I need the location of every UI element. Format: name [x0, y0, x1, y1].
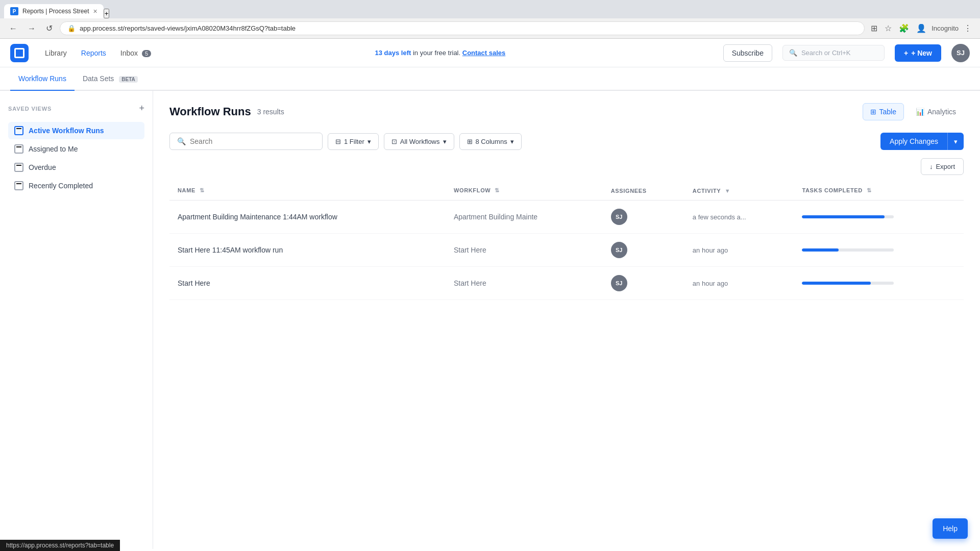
contact-sales-link[interactable]: Contact sales — [462, 49, 506, 57]
main-nav: Library Reports Inbox 5 — [39, 45, 157, 61]
workflows-label: All Workflows — [400, 138, 440, 145]
plus-icon: + — [904, 49, 908, 57]
inbox-nav-link[interactable]: Inbox 5 — [114, 45, 157, 61]
th-name[interactable]: NAME ⇅ — [169, 181, 446, 201]
progress-bar-container — [802, 248, 894, 252]
search-icon: 🔍 — [177, 137, 186, 145]
table-row[interactable]: Start Here Start Here SJ an hour ago — [169, 267, 964, 300]
table-body: Apartment Building Maintenance 1:44AM wo… — [169, 201, 964, 300]
trial-text: in your free trial. — [413, 49, 460, 57]
forward-button[interactable]: → — [24, 22, 39, 35]
trial-days: 13 days left — [375, 49, 411, 57]
apply-changes-button[interactable]: Apply Changes — [880, 133, 947, 150]
inbox-badge: 5 — [142, 50, 151, 57]
export-label: Export — [936, 163, 955, 170]
row-name: Start Here 11:45AM workflow run — [169, 234, 446, 267]
sidebar-item-overdue[interactable]: Overdue — [8, 159, 144, 176]
th-assignees: ASSIGNEES — [603, 181, 684, 201]
view-toggles: ⊞ Table 📊 Analytics — [863, 103, 964, 120]
page-title: Workflow Runs — [169, 105, 251, 118]
columns-dropdown-icon: ▾ — [510, 138, 514, 145]
user-avatar[interactable]: SJ — [951, 44, 970, 62]
th-activity[interactable]: ACTIVITY ▼ — [684, 181, 794, 201]
row-workflow: Start Here — [446, 234, 603, 267]
table-view-button[interactable]: ⊞ Table — [863, 103, 904, 120]
table-row[interactable]: Start Here 11:45AM workflow run Start He… — [169, 234, 964, 267]
extension-button[interactable]: 🧩 — [897, 21, 911, 35]
saved-views-title: SAVED VIEWS — [8, 106, 52, 112]
th-tasks-completed[interactable]: TASKS COMPLETED ⇅ — [794, 181, 964, 201]
screen-cast-button[interactable]: ⊞ — [869, 21, 879, 35]
browser-chrome: P Reports | Process Street × + ← → ↺ 🔒 a… — [0, 0, 980, 39]
results-count: 3 results — [257, 108, 284, 116]
row-activity: an hour ago — [684, 234, 794, 267]
sort-icon: ⇅ — [200, 187, 205, 193]
tab-close-icon[interactable]: × — [93, 7, 97, 15]
profile-button[interactable]: 👤 — [914, 21, 928, 35]
overdue-icon — [14, 163, 23, 172]
search-input[interactable] — [190, 137, 315, 145]
toolbar: 🔍 ⊟ 1 Filter ▾ ⊡ All Workflows ▾ ⊞ 8 Col… — [169, 133, 964, 150]
all-workflows-button[interactable]: ⊡ All Workflows ▾ — [384, 133, 454, 150]
active-tab[interactable]: P Reports | Process Street × — [4, 4, 104, 18]
filter-icon: ⊟ — [335, 138, 341, 145]
filter-label: 1 Filter — [344, 138, 364, 145]
search-field[interactable]: 🔍 — [169, 133, 323, 150]
logo-icon — [14, 48, 24, 58]
assigned-to-me-icon — [14, 144, 23, 154]
apply-changes-dropdown-button[interactable]: ▾ — [947, 133, 964, 150]
reports-nav-link[interactable]: Reports — [75, 45, 112, 61]
back-button[interactable]: ← — [6, 22, 20, 35]
table-row[interactable]: Apartment Building Maintenance 1:44AM wo… — [169, 201, 964, 234]
address-bar[interactable]: 🔒 app.process.st/reports/saved-views/jxi… — [60, 21, 865, 35]
sidebar-item-label: Assigned to Me — [29, 145, 78, 153]
beta-badge: BETA — [119, 76, 137, 83]
analytics-label: Analytics — [927, 108, 956, 116]
subscribe-button[interactable]: Subscribe — [723, 44, 772, 62]
th-workflow[interactable]: WORKFLOW ⇅ — [446, 181, 603, 201]
help-button[interactable]: Help — [933, 518, 968, 539]
sidebar-item-assigned-to-me[interactable]: Assigned to Me — [8, 140, 144, 158]
row-name: Apartment Building Maintenance 1:44AM wo… — [169, 201, 446, 234]
sidebar-item-active-workflow-runs[interactable]: Active Workflow Runs — [8, 122, 144, 139]
saved-views-header: SAVED VIEWS + — [8, 103, 144, 114]
row-assignees: SJ — [603, 201, 684, 234]
tab-bar: P Reports | Process Street × + — [0, 0, 980, 18]
sort-icon: ⇅ — [867, 187, 872, 193]
tab-favicon: P — [10, 7, 18, 15]
workflows-icon: ⊡ — [391, 138, 397, 145]
tab-data-sets[interactable]: Data Sets BETA — [75, 67, 146, 91]
row-name: Start Here — [169, 267, 446, 300]
status-bar: https://app.process.st/reports?tab=table — [0, 540, 120, 549]
bookmark-button[interactable]: ☆ — [883, 21, 894, 35]
progress-bar-container — [802, 282, 894, 285]
row-assignees: SJ — [603, 234, 684, 267]
refresh-button[interactable]: ↺ — [43, 21, 56, 35]
filter-dropdown-icon: ▾ — [368, 138, 371, 145]
assignee-avatar: SJ — [611, 275, 627, 291]
incognito-label: Incognito — [932, 24, 959, 32]
add-view-button[interactable]: + — [139, 103, 144, 114]
export-button[interactable]: ↓ Export — [921, 158, 964, 175]
table-header: NAME ⇅ WORKFLOW ⇅ ASSIGNEES ACTIVITY ▼ — [169, 181, 964, 201]
sidebar-item-label: Overdue — [29, 163, 56, 171]
new-button[interactable]: + + New — [895, 44, 941, 62]
search-icon: 🔍 — [789, 49, 797, 57]
browser-actions: ⊞ ☆ 🧩 👤 Incognito ⋮ — [869, 21, 974, 35]
trial-banner: 13 days left in your free trial. Contact… — [167, 49, 713, 57]
filter-button[interactable]: ⊟ 1 Filter ▾ — [328, 133, 379, 150]
global-search[interactable]: 🔍 Search or Ctrl+K — [782, 45, 885, 61]
new-tab-button[interactable]: + — [104, 9, 110, 18]
progress-bar-container — [802, 215, 894, 218]
recently-completed-icon — [14, 181, 23, 190]
more-options-button[interactable]: ⋮ — [962, 21, 974, 35]
analytics-icon: 📊 — [916, 108, 924, 116]
columns-label: 8 Columns — [476, 138, 507, 145]
columns-button[interactable]: ⊞ 8 Columns ▾ — [459, 133, 522, 150]
logo[interactable] — [10, 44, 29, 62]
sidebar-item-recently-completed[interactable]: Recently Completed — [8, 177, 144, 194]
library-nav-link[interactable]: Library — [39, 45, 73, 61]
status-url: https://app.process.st/reports?tab=table — [6, 542, 114, 549]
analytics-view-button[interactable]: 📊 Analytics — [908, 103, 964, 120]
tab-workflow-runs[interactable]: Workflow Runs — [10, 67, 75, 91]
